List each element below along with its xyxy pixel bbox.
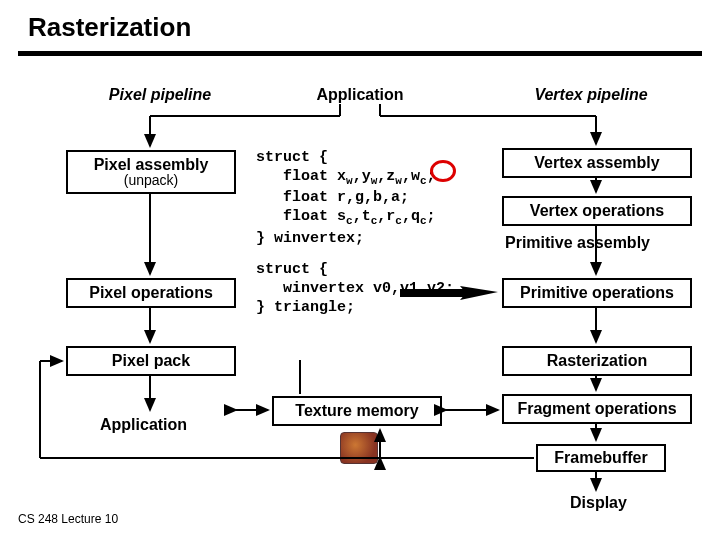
triangle-struct-code: struct { winvertex v0,v1,v2; } triangle; [256, 260, 454, 318]
pixel-pipeline-header: Pixel pipeline [80, 86, 240, 104]
fragment-operations-box: Fragment operations [502, 394, 692, 424]
primitive-operations-label: Primitive operations [520, 284, 674, 302]
diagram-stage: Pixel pipeline Application Vertex pipeli… [0, 0, 720, 540]
application-header: Application [280, 86, 440, 104]
winvertex-struct-code: struct { float xw,yw,zw,wc; float r,g,b,… [256, 148, 436, 248]
pixel-pack-box: Pixel pack [66, 346, 236, 376]
pixel-assembly-label: Pixel assembly [94, 156, 209, 173]
primitive-assembly-label: Primitive assembly [505, 234, 650, 252]
vertex-operations-label: Vertex operations [530, 202, 664, 220]
wc-highlight-circle [430, 160, 456, 182]
vertex-assembly-label: Vertex assembly [534, 154, 659, 172]
pixel-assembly-sub: (unpack) [94, 173, 209, 188]
vertex-assembly-box: Vertex assembly [502, 148, 692, 178]
vertex-operations-box: Vertex operations [502, 196, 692, 226]
pixel-operations-box: Pixel operations [66, 278, 236, 308]
texture-memory-box: Texture memory [272, 396, 442, 426]
pixel-operations-label: Pixel operations [89, 284, 213, 302]
framebuffer-box: Framebuffer [536, 444, 666, 472]
pixel-assembly-box: Pixel assembly(unpack) [66, 150, 236, 194]
rasterization-box: Rasterization [502, 346, 692, 376]
display-label: Display [570, 494, 627, 512]
vertex-pipeline-header: Vertex pipeline [496, 86, 686, 104]
fragment-operations-label: Fragment operations [517, 400, 676, 418]
slide-footer: CS 248 Lecture 10 [18, 512, 118, 526]
svg-marker-19 [460, 286, 498, 300]
rasterization-label: Rasterization [547, 352, 647, 370]
application-output-label: Application [100, 416, 187, 434]
primitive-operations-box: Primitive operations [502, 278, 692, 308]
pixel-pack-label: Pixel pack [112, 352, 190, 370]
texture-image-icon [340, 432, 378, 464]
texture-memory-label: Texture memory [295, 402, 418, 420]
framebuffer-label: Framebuffer [554, 449, 647, 467]
